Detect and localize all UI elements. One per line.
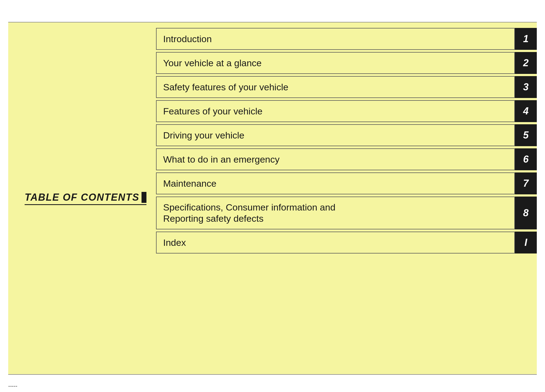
- toc-item-number-vehicle-at-glance[interactable]: 2: [515, 52, 537, 74]
- toc-item-text-safety-features: Safety features of your vehicle: [163, 82, 288, 93]
- main-content: TABLE OF CONTENTS Introduction 1 Your ve…: [8, 22, 537, 374]
- toc-item-text-maintenance: Maintenance: [163, 178, 217, 189]
- toc-row-driving: Driving your vehicle 5: [156, 124, 537, 146]
- toc-item-label-safety-features[interactable]: Safety features of your vehicle: [156, 76, 515, 98]
- toc-item-number-maintenance[interactable]: 7: [515, 172, 537, 194]
- toc-item-number-specifications[interactable]: 8: [515, 197, 537, 229]
- toc-item-text-driving: Driving your vehicle: [163, 130, 244, 141]
- toc-item-number-introduction[interactable]: 1: [515, 28, 537, 50]
- toc-item-label-specifications[interactable]: Specifications, Consumer information and…: [156, 197, 515, 229]
- toc-list: Introduction 1 Your vehicle at a glance …: [151, 22, 537, 374]
- bottom-border: [8, 374, 537, 375]
- footer-text: -----: [0, 380, 545, 392]
- toc-item-label-features[interactable]: Features of your vehicle: [156, 100, 515, 122]
- toc-row-features: Features of your vehicle 4: [156, 100, 537, 122]
- toc-row-emergency: What to do in an emergency 6: [156, 148, 537, 170]
- toc-item-text-index: Index: [163, 237, 186, 248]
- toc-item-text-introduction: Introduction: [163, 34, 212, 44]
- toc-item-number-driving[interactable]: 5: [515, 124, 537, 146]
- toc-item-text-emergency: What to do in an emergency: [163, 154, 279, 165]
- toc-title-text: TABLE OF CONTENTS: [25, 192, 139, 203]
- toc-row-specifications: Specifications, Consumer information and…: [156, 197, 537, 229]
- toc-row-maintenance: Maintenance 7: [156, 172, 537, 194]
- toc-item-label-maintenance[interactable]: Maintenance: [156, 172, 515, 194]
- left-panel: TABLE OF CONTENTS: [8, 22, 151, 374]
- toc-number-text-safety-features: 3: [523, 81, 529, 93]
- toc-item-text-features: Features of your vehicle: [163, 106, 263, 117]
- toc-item-text-specifications-line2: Reporting safety defects: [163, 213, 264, 224]
- toc-item-label-index[interactable]: Index: [156, 232, 515, 253]
- page-container: TABLE OF CONTENTS Introduction 1 Your ve…: [0, 0, 545, 392]
- toc-number-text-introduction: 1: [523, 33, 529, 45]
- toc-item-number-features[interactable]: 4: [515, 100, 537, 122]
- toc-row-vehicle-at-glance: Your vehicle at a glance 2: [156, 52, 537, 74]
- toc-number-text-emergency: 6: [523, 154, 529, 165]
- toc-cursor: [142, 192, 146, 203]
- toc-item-text-vehicle-at-glance: Your vehicle at a glance: [163, 58, 262, 68]
- toc-item-number-index[interactable]: I: [515, 232, 537, 253]
- toc-number-text-driving: 5: [523, 129, 529, 141]
- toc-item-label-vehicle-at-glance[interactable]: Your vehicle at a glance: [156, 52, 515, 74]
- toc-row-safety-features: Safety features of your vehicle 3: [156, 76, 537, 98]
- toc-title: TABLE OF CONTENTS: [25, 192, 146, 205]
- toc-number-text-maintenance: 7: [523, 178, 529, 189]
- toc-row-introduction: Introduction 1: [156, 28, 537, 50]
- toc-item-label-driving[interactable]: Driving your vehicle: [156, 124, 515, 146]
- toc-number-text-specifications: 8: [523, 207, 529, 219]
- toc-item-label-emergency[interactable]: What to do in an emergency: [156, 148, 515, 170]
- toc-item-number-emergency[interactable]: 6: [515, 148, 537, 170]
- toc-number-text-vehicle-at-glance: 2: [523, 57, 529, 69]
- toc-row-index: Index I: [156, 232, 537, 253]
- toc-item-number-safety-features[interactable]: 3: [515, 76, 537, 98]
- toc-item-text-specifications-line1: Specifications, Consumer information and: [163, 202, 335, 213]
- toc-number-text-index: I: [524, 237, 527, 248]
- toc-number-text-features: 4: [523, 105, 529, 117]
- toc-item-label-introduction[interactable]: Introduction: [156, 28, 515, 50]
